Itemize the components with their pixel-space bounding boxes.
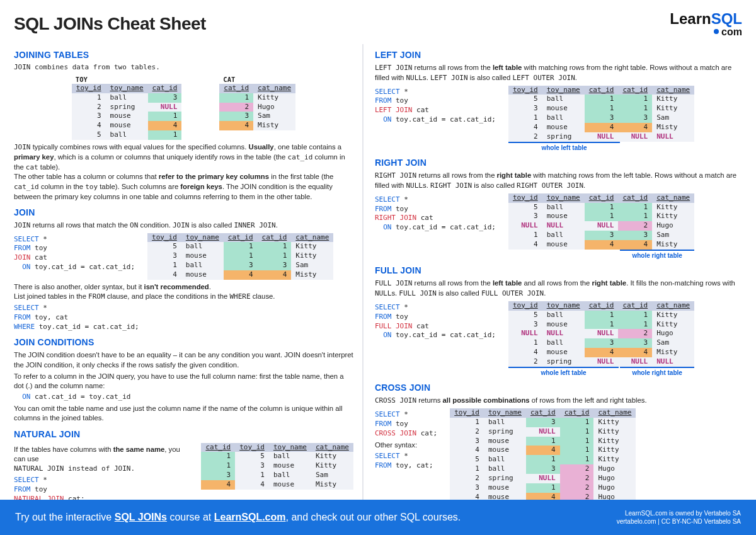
link-learnsql[interactable]: LearnSQL.com <box>214 512 286 522</box>
sql-code: SELECT * FROM toy RIGHT JOIN cat ON toy.… <box>375 195 496 233</box>
sql-code: SELECT * FROM toy CROSS JOIN cat; <box>375 410 437 439</box>
right-result-wrap: toy_idtoy_namecat_idcat_idcat_name5ball1… <box>508 193 694 260</box>
logo-com: com <box>670 25 742 39</box>
text: CROSS JOIN returns all possible combinat… <box>375 396 742 406</box>
link-sql-joins[interactable]: SQL JOINs <box>115 512 167 522</box>
left-column: JOINING TABLES JOIN combines data from t… <box>14 44 364 532</box>
text: Other syntax: <box>375 440 437 450</box>
h-joining-tables: JOINING TABLES <box>14 49 353 61</box>
footer-legal: LearnSQL.com is owned by Vertabelo SA ve… <box>617 509 741 526</box>
natural-block: If the tables have columns with the same… <box>14 443 353 506</box>
sql-code: SELECT * FROM toy JOIN cat ON toy.cat_id… <box>14 235 135 272</box>
text: There is also another, older syntax, but… <box>14 282 353 302</box>
h-natural-join: NATURAL JOIN <box>14 429 353 440</box>
join-block: SELECT * FROM toy JOIN cat ON toy.cat_id… <box>14 233 353 280</box>
join-result: toy_idtoy_namecat_idcat_idcat_name5ball1… <box>147 233 333 280</box>
footer: Try out the interactive SQL JOINs course… <box>0 500 756 535</box>
footer-msg: Try out the interactive SQL JOINs course… <box>15 510 461 524</box>
left-result-wrap: toy_idtoy_namecat_idcat_idcat_name5ball1… <box>508 86 694 152</box>
text: JOIN typically combines rows with equal … <box>14 142 353 202</box>
content: JOINING TABLES JOIN combines data from t… <box>0 44 756 532</box>
cat-table: CAT cat_idcat_name1Kitty2Hugo3Sam4Misty <box>219 75 295 130</box>
logo-sql: SQL <box>711 10 742 27</box>
page-title: SQL JOINs Cheat Sheet <box>14 12 206 36</box>
right-result: toy_idtoy_namecat_idcat_idcat_name5ball1… <box>508 193 694 250</box>
text: FULL JOIN returns all rows from the left… <box>375 279 742 299</box>
sql-code: ON cat.cat_id = toy.cat_id <box>14 393 353 402</box>
left-result: toy_idtoy_namecat_idcat_idcat_name5ball1… <box>508 86 694 142</box>
full-result-wrap: toy_idtoy_namecat_idcat_idcat_name5ball1… <box>508 301 694 377</box>
full-block: SELECT * FROM toy FULL JOIN cat ON toy.c… <box>375 301 742 377</box>
toy-table: TOY toy_idtoy_namecat_id1ball32springNUL… <box>72 75 181 140</box>
text: LEFT JOIN returns all rows from the left… <box>375 63 742 83</box>
h-cross-join: CROSS JOIN <box>375 382 742 394</box>
text: The JOIN condition doesn't have to be an… <box>14 350 353 370</box>
right-column: LEFT JOIN LEFT JOIN returns all rows fro… <box>364 44 742 532</box>
natural-left: If the tables have columns with the same… <box>14 443 188 506</box>
h-left-join: LEFT JOIN <box>375 49 742 61</box>
left-block: SELECT * FROM toy LEFT JOIN cat ON toy.c… <box>375 86 742 152</box>
natural-result: cat_idtoy_idtoy_namecat_name15ballKitty1… <box>201 443 353 490</box>
text: To refer to a column in the JOIN query, … <box>14 372 353 391</box>
h-join: JOIN <box>14 207 353 219</box>
sql-code: SELECT * FROM toy, cat; <box>375 452 437 471</box>
sql-code: SELECT * FROM toy FULL JOIN cat ON toy.c… <box>375 303 496 340</box>
cross-code-col: SELECT * FROM toy CROSS JOIN cat; Other … <box>375 408 437 472</box>
intro-tables: TOY toy_idtoy_namecat_id1ball32springNUL… <box>14 75 353 140</box>
text: JOIN combines data from two tables. <box>14 63 353 72</box>
dot-icon <box>714 29 719 34</box>
sql-code: SELECT * FROM toy LEFT JOIN cat ON toy.c… <box>375 88 496 125</box>
text: RIGHT JOIN returns all rows from the rig… <box>375 171 742 191</box>
right-block: SELECT * FROM toy RIGHT JOIN cat ON toy.… <box>375 193 742 260</box>
sql-code: SELECT * FROM toy, cat WHERE toy.cat_id … <box>14 304 353 332</box>
h-right-join: RIGHT JOIN <box>375 157 742 169</box>
h-join-conditions: JOIN CONDITIONS <box>14 337 353 348</box>
logo: LearnSQL com <box>670 9 742 39</box>
logo-learn: Learn <box>670 10 711 27</box>
header: SQL JOINs Cheat Sheet LearnSQL com <box>0 0 756 44</box>
text: JOIN returns all rows that match the ON … <box>14 221 353 231</box>
text: If the tables have columns with the same… <box>14 445 188 474</box>
h-full-join: FULL JOIN <box>375 265 742 277</box>
text: You can omit the table name and use just… <box>14 404 353 423</box>
full-result: toy_idtoy_namecat_idcat_idcat_name5ball1… <box>508 301 694 367</box>
